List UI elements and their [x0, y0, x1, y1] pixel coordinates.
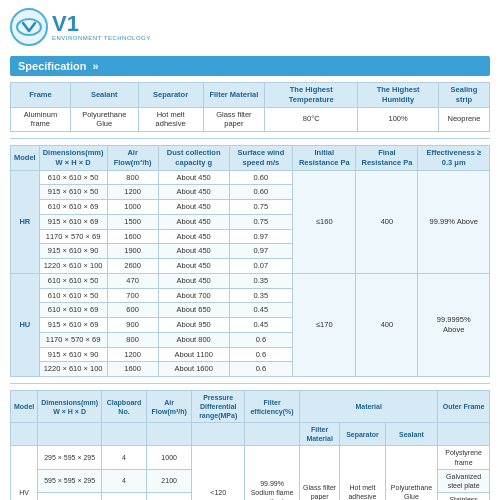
hu-final-resist: 400 [356, 273, 418, 376]
hv-sep: Hot melt adhesive [340, 446, 386, 500]
hr-hu-table: Model Dimensions(mm)W × H × D Air Flow(m… [10, 145, 490, 377]
hu-af-6: 1200 [107, 347, 158, 362]
hr-ws-3: 0.75 [229, 200, 293, 215]
hv-col-efficiency: Filter efficiency(%) [245, 391, 300, 423]
hu-af-7: 1600 [107, 362, 158, 377]
hr-af-1: 800 [107, 170, 158, 185]
hu-dim-5: 1170 × 570 × 69 [39, 332, 107, 347]
col-wind-speed: Surface wind speed m/s [229, 146, 293, 171]
hr-ws-2: 0.60 [229, 185, 293, 200]
val-sealant: Polyurethane Glue [70, 107, 138, 132]
hr-dc-6: About 450 [158, 244, 229, 259]
section-title: Specification [18, 60, 86, 72]
hr-af-6: 1900 [107, 244, 158, 259]
hu-ws-2: 0.35 [229, 288, 293, 303]
hr-ws-4: 0.75 [229, 214, 293, 229]
hr-ws-5: 0.97 [229, 229, 293, 244]
hu-effect: 99.9995%Above [418, 273, 490, 376]
hu-dim-4: 915 × 610 × 69 [39, 318, 107, 333]
hv-dim-2: 595 × 595 × 295 [38, 469, 102, 492]
hr-ws-1: 0.60 [229, 170, 293, 185]
hr-dc-4: About 450 [158, 214, 229, 229]
val-temp: 80°C [265, 107, 358, 132]
hr-dim-5: 1170 × 570 × 69 [39, 229, 107, 244]
col-model: Model [11, 146, 40, 171]
hv-col-dim: Dimensions(mm)W × H × D [38, 391, 102, 423]
hr-dim-2: 915 × 610 × 50 [39, 185, 107, 200]
hr-ws-7: 0.07 [229, 259, 293, 274]
val-filter-material: Glass filter paper [203, 107, 264, 132]
model-hu: HU [11, 273, 40, 376]
hr-dc-5: About 450 [158, 229, 229, 244]
hv-af-3: 2700 [146, 492, 191, 500]
section-title-bar: Specification » [10, 56, 490, 76]
hv-col-model: Model [11, 391, 38, 423]
hr-dim-6: 915 × 610 × 90 [39, 244, 107, 259]
hr-dc-2: About 450 [158, 185, 229, 200]
hv-sub-sep: Separator [340, 423, 386, 446]
col-initial-resistance: Initial Resistance Pa [293, 146, 356, 171]
hu-dc-6: About 1100 [158, 347, 229, 362]
hr-init-resist: ≤160 [293, 170, 356, 273]
logo-text: V1 ENVIRONMENT TECHNOLOGY [52, 13, 151, 41]
col-final-resistance: Final Resistance Pa [356, 146, 418, 171]
hu-dim-7: 1220 × 610 × 100 [39, 362, 107, 377]
hu-af-3: 600 [107, 303, 158, 318]
hu-dim-6: 915 × 610 × 90 [39, 347, 107, 362]
hv-sub-blank2 [38, 423, 102, 446]
hu-ws-1: 0.35 [229, 273, 293, 288]
hr-dim-4: 915 × 610 × 69 [39, 214, 107, 229]
hu-dim-1: 610 × 610 × 50 [39, 273, 107, 288]
hu-ws-4: 0.45 [229, 318, 293, 333]
hu-dc-3: About 650 [158, 303, 229, 318]
logo-v1-text: V1 [52, 13, 151, 35]
col-dimensions: Dimensions(mm)W × H × D [39, 146, 107, 171]
hv-clap-2: 4 [102, 469, 147, 492]
hu-dc-4: About 950 [158, 318, 229, 333]
hu-ws-3: 0.45 [229, 303, 293, 318]
svg-point-0 [17, 19, 41, 35]
hv-dim-3: 595 × 595 × 295 [38, 492, 102, 500]
hr-dim-7: 1220 × 610 × 100 [39, 259, 107, 274]
hv-col-clap: Clapboard No. [102, 391, 147, 423]
hv-sub-blank7 [438, 423, 490, 446]
hu-dc-5: About 800 [158, 332, 229, 347]
hu-dc-7: About 1600 [158, 362, 229, 377]
hv-sub-blank1 [11, 423, 38, 446]
hu-ws-7: 0.6 [229, 362, 293, 377]
hv-pressure: <120 [192, 446, 245, 500]
hv-outer-2: Galvanized steel plate [438, 469, 490, 492]
hr-dc-1: About 450 [158, 170, 229, 185]
hv-clap-3: 5 [102, 492, 147, 500]
hu-af-5: 800 [107, 332, 158, 347]
model-hr: HR [11, 170, 40, 273]
hr-af-4: 1500 [107, 214, 158, 229]
spec-table: Frame Sealant Separator Filter Material … [10, 82, 490, 132]
hv-sub-blank6 [245, 423, 300, 446]
col-highest-temp: The Highest Temperature [265, 83, 358, 108]
logo-circle [10, 8, 48, 46]
hr-af-3: 1000 [107, 200, 158, 215]
model-hv: HV [11, 446, 38, 500]
hu-dc-1: About 450 [158, 273, 229, 288]
hr-effect: 99.99% Above [418, 170, 490, 273]
col-highest-humidity: The Highest Humidity [358, 83, 439, 108]
hv-sub-sealant: Sealant [385, 423, 437, 446]
hv-sub-blank5 [192, 423, 245, 446]
hv-dim-1: 295 × 595 × 295 [38, 446, 102, 469]
hv-clap-1: 4 [102, 446, 147, 469]
hv-sub-blank3 [102, 423, 147, 446]
hu-af-1: 470 [107, 273, 158, 288]
hu-ws-5: 0.6 [229, 332, 293, 347]
hu-dc-2: About 700 [158, 288, 229, 303]
col-sealing-strip: Sealing strip [438, 83, 489, 108]
hv-outer-1: Polystyrene frame [438, 446, 490, 469]
col-filter-material: Filter Material [203, 83, 264, 108]
col-dust: Dust collection capacity g [158, 146, 229, 171]
hv-sub-blank4 [146, 423, 191, 446]
hv-outer-3: Stainless steel plate [438, 492, 490, 500]
val-separator: Hot melt adhesive [138, 107, 203, 132]
hr-dim-3: 610 × 610 × 69 [39, 200, 107, 215]
val-frame: Aluminum frame [11, 107, 71, 132]
hr-af-7: 2600 [107, 259, 158, 274]
